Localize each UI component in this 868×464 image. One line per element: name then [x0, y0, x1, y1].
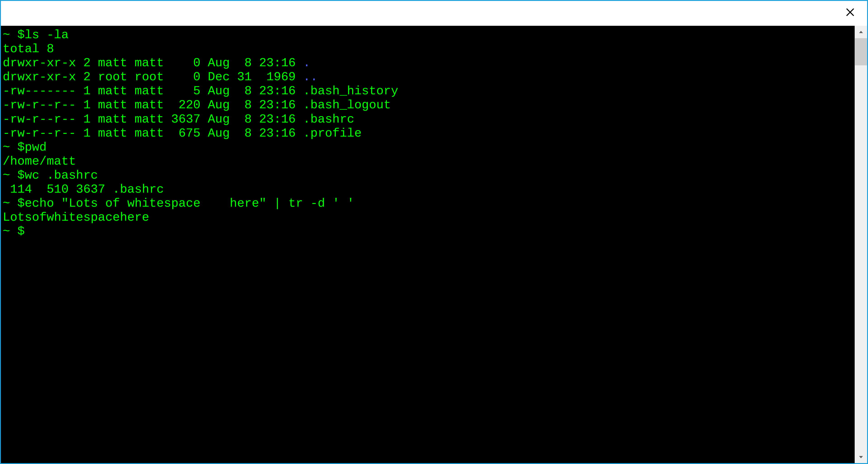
scroll-up-button[interactable] — [855, 26, 867, 38]
vertical-scrollbar[interactable] — [855, 26, 867, 463]
ls-row: -rw-r--r-- 1 matt matt 675 Aug 8 23:16 .… — [3, 126, 853, 141]
prompt-line[interactable]: ~ $ — [3, 224, 853, 239]
echo-output: Lotsofwhitespacehere — [3, 211, 853, 224]
titlebar — [1, 1, 867, 26]
prompt-line: ~ $echo "Lots of whitespace here" | tr -… — [3, 196, 853, 211]
chevron-up-icon — [858, 29, 864, 35]
scroll-track[interactable] — [855, 38, 867, 451]
ls-row: drwxr-xr-x 2 matt matt 0 Aug 8 23:16 . — [3, 56, 853, 70]
ls-row: -rw------- 1 matt matt 5 Aug 8 23:16 .ba… — [3, 84, 853, 98]
prompt-line: ~ $wc .bashrc — [3, 168, 853, 183]
close-button[interactable] — [833, 1, 867, 24]
pwd-output: /home/matt — [3, 154, 853, 168]
wc-output: 114 510 3637 .bashrc — [3, 183, 853, 196]
terminal-output[interactable]: ~ $ls -latotal 8drwxr-xr-x 2 matt matt 0… — [1, 26, 855, 463]
chevron-down-icon — [858, 454, 864, 460]
window-body: ~ $ls -latotal 8drwxr-xr-x 2 matt matt 0… — [1, 26, 867, 463]
ls-total: total 8 — [3, 42, 853, 56]
terminal-window: ~ $ls -latotal 8drwxr-xr-x 2 matt matt 0… — [0, 0, 868, 464]
ls-row: -rw-r--r-- 1 matt matt 3637 Aug 8 23:16 … — [3, 113, 853, 126]
ls-row: drwxr-xr-x 2 root root 0 Dec 31 1969 .. — [3, 70, 853, 84]
dir-name: . — [303, 56, 310, 70]
ls-row: -rw-r--r-- 1 matt matt 220 Aug 8 23:16 .… — [3, 98, 853, 112]
dir-name: .. — [303, 70, 318, 84]
scroll-thumb[interactable] — [855, 38, 867, 65]
prompt-line: ~ $pwd — [3, 141, 853, 154]
prompt-line: ~ $ls -la — [3, 28, 853, 42]
close-icon — [845, 7, 855, 17]
scroll-down-button[interactable] — [855, 451, 867, 463]
